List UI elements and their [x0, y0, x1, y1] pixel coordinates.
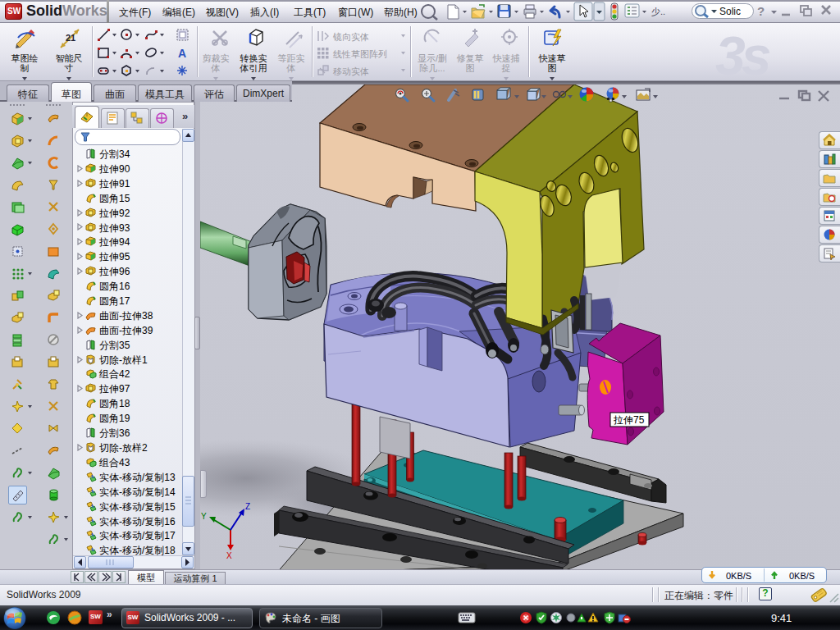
svg-text:21: 21 [66, 33, 75, 43]
svg-text:Solic: Solic [719, 6, 741, 17]
svg-text:Z: Z [245, 502, 250, 511]
svg-text:A: A [178, 47, 186, 60]
svg-text:X: X [226, 551, 232, 560]
svg-text:少..: 少.. [651, 7, 665, 16]
svg-text:拉伸75: 拉伸75 [613, 414, 645, 426]
svg-text:Y: Y [201, 512, 207, 521]
